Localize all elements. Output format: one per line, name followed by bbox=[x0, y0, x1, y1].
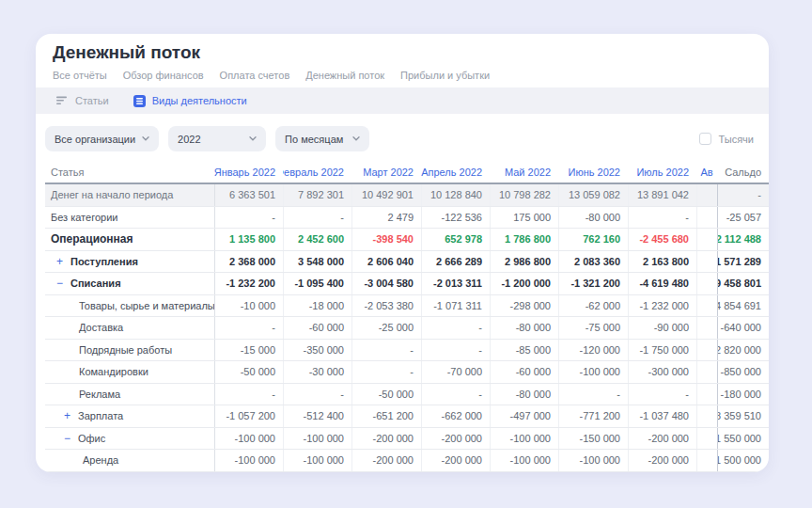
expand-icon[interactable]: + bbox=[64, 410, 78, 421]
cell-value bbox=[696, 229, 717, 250]
cell-value bbox=[696, 361, 717, 383]
tab-profit-loss[interactable]: Прибыли и убытки bbox=[400, 70, 490, 81]
tab-all-reports[interactable]: Все отчёты bbox=[53, 70, 107, 81]
cell-value: 10 798 282 bbox=[490, 184, 558, 206]
page-title: Денежный поток bbox=[53, 42, 200, 63]
table-rows-icon bbox=[133, 95, 146, 107]
row-label: Товары, сырье и материалы bbox=[45, 295, 214, 317]
cell-value: -200 000 bbox=[351, 428, 421, 450]
cell-value: 2 479 bbox=[351, 207, 421, 229]
cell-value: -15 000 bbox=[214, 340, 283, 361]
cell-value: - bbox=[214, 207, 283, 229]
cell-value: -30 000 bbox=[283, 361, 351, 383]
thousands-checkbox[interactable] bbox=[699, 133, 711, 145]
column-header-february[interactable]: Февраль 2022 bbox=[283, 162, 351, 183]
cell-saldo: -180 000 bbox=[717, 384, 769, 405]
table-row: Операционная1 135 8002 452 600-398 54065… bbox=[45, 229, 769, 251]
table-row: +Поступления2 368 0003 548 0002 606 0402… bbox=[45, 251, 769, 274]
cell-value: -300 000 bbox=[628, 361, 696, 383]
period-filter[interactable]: По месяцам bbox=[275, 126, 369, 151]
cell-value: -662 000 bbox=[421, 405, 490, 427]
cell-value: -70 000 bbox=[421, 361, 490, 383]
cell-value bbox=[696, 384, 717, 405]
cell-value bbox=[696, 184, 717, 206]
collapse-icon[interactable]: − bbox=[56, 278, 70, 289]
cell-value: -4 619 480 bbox=[628, 273, 696, 294]
column-header-march[interactable]: Март 2022 bbox=[351, 162, 421, 183]
cell-value: 2 452 600 bbox=[283, 229, 351, 250]
tab-finance-overview[interactable]: Обзор финансов bbox=[123, 70, 204, 81]
row-label-text: Денег на начало периода bbox=[51, 189, 173, 200]
cell-value: -60 000 bbox=[490, 361, 558, 383]
column-header-april[interactable]: Апрель 2022 bbox=[421, 162, 490, 183]
row-label: Денег на начало периода bbox=[45, 184, 214, 206]
cell-value: 1 786 800 bbox=[490, 229, 558, 250]
column-header-may[interactable]: Май 2022 bbox=[490, 162, 558, 183]
cell-value: -1 232 000 bbox=[628, 295, 696, 317]
cell-value: -3 004 580 bbox=[351, 273, 421, 294]
cell-value: -90 000 bbox=[628, 317, 696, 339]
column-header-saldo: Сальдо bbox=[717, 162, 769, 183]
table-row: −Списания-1 232 200-1 095 400-3 004 580-… bbox=[45, 273, 769, 295]
cell-value: 6 363 501 bbox=[214, 184, 283, 206]
sort-lines-icon bbox=[56, 96, 69, 105]
row-label-text: Командировки bbox=[79, 366, 148, 377]
row-label: Подрядные работы bbox=[45, 340, 214, 361]
table-row: Командировки-50 000-30 000--70 000-60 00… bbox=[45, 361, 769, 384]
view-toggle-articles[interactable]: Статьи bbox=[56, 95, 109, 106]
column-header-january[interactable]: Январь 2022 bbox=[214, 162, 283, 183]
cell-value: - bbox=[214, 384, 283, 405]
year-filter-value: 2022 bbox=[178, 134, 200, 145]
cell-value: -398 540 bbox=[351, 229, 421, 250]
cell-value: -1 071 311 bbox=[421, 295, 490, 317]
cell-value: -200 000 bbox=[628, 428, 696, 450]
cell-value: -50 000 bbox=[214, 361, 283, 383]
table-row: Доставка--60 000-25 000--80 000-75 000-9… bbox=[45, 317, 769, 340]
view-toggle-activity-types[interactable]: Виды деятельности bbox=[133, 95, 247, 107]
year-filter[interactable]: 2022 bbox=[168, 126, 266, 151]
table-row: −Офис-100 000-100 000-200 000-200 000-10… bbox=[45, 428, 769, 451]
cell-value: -1 200 000 bbox=[490, 273, 558, 294]
table-row: +Зарплата-1 057 200-512 400-651 200-662 … bbox=[45, 405, 769, 428]
organization-filter-value: Все организации bbox=[55, 134, 135, 145]
organization-filter[interactable]: Все организации bbox=[45, 126, 159, 151]
cell-value bbox=[696, 295, 717, 317]
column-header-june[interactable]: Июнь 2022 bbox=[558, 162, 628, 183]
cell-value: -100 000 bbox=[558, 450, 628, 471]
column-header-august-truncated[interactable]: Ав bbox=[696, 162, 717, 183]
row-label-text: Подрядные работы bbox=[79, 344, 172, 356]
collapse-icon[interactable]: − bbox=[64, 433, 78, 444]
cell-value: -80 000 bbox=[558, 207, 628, 229]
cell-value: -120 000 bbox=[558, 340, 628, 361]
cell-saldo: -1 500 000 bbox=[717, 450, 769, 471]
cell-saldo: -2 820 000 bbox=[717, 340, 769, 361]
table-header: Статья Январь 2022 Февраль 2022 Март 202… bbox=[45, 162, 769, 184]
cell-value: 175 000 bbox=[490, 207, 558, 229]
cell-saldo: - bbox=[717, 184, 769, 206]
row-label: Операционная bbox=[45, 229, 214, 250]
cell-value bbox=[696, 428, 717, 450]
column-header-july[interactable]: Июль 2022 bbox=[628, 162, 696, 183]
thousands-toggle: Тысячи bbox=[699, 133, 754, 145]
cell-value: - bbox=[558, 384, 628, 405]
cell-value: -100 000 bbox=[283, 428, 351, 450]
cell-value: - bbox=[421, 317, 490, 339]
tab-cash-flow[interactable]: Денежный поток bbox=[305, 70, 384, 81]
expand-icon[interactable]: + bbox=[56, 256, 70, 267]
cell-value: -100 000 bbox=[283, 450, 351, 471]
report-tabs: Все отчёты Обзор финансов Оплата счетов … bbox=[53, 70, 490, 81]
cell-value: -18 000 bbox=[283, 295, 351, 317]
cell-value: - bbox=[628, 384, 696, 405]
cell-value: 2 606 040 bbox=[351, 251, 421, 273]
row-label-text: Без категории bbox=[51, 212, 117, 223]
tab-bill-payments[interactable]: Оплата счетов bbox=[220, 70, 290, 81]
report-card: Денежный поток Все отчёты Обзор финансов… bbox=[36, 34, 769, 472]
cell-value: -100 000 bbox=[558, 361, 628, 383]
cell-value: -200 000 bbox=[628, 450, 696, 471]
row-label: Командировки bbox=[45, 361, 214, 383]
view-toggle-articles-label: Статьи bbox=[75, 95, 109, 106]
cell-value: -350 000 bbox=[283, 340, 351, 361]
cell-value: -1 037 480 bbox=[628, 405, 696, 427]
cell-value: - bbox=[283, 384, 351, 405]
cell-value: -50 000 bbox=[351, 384, 421, 405]
